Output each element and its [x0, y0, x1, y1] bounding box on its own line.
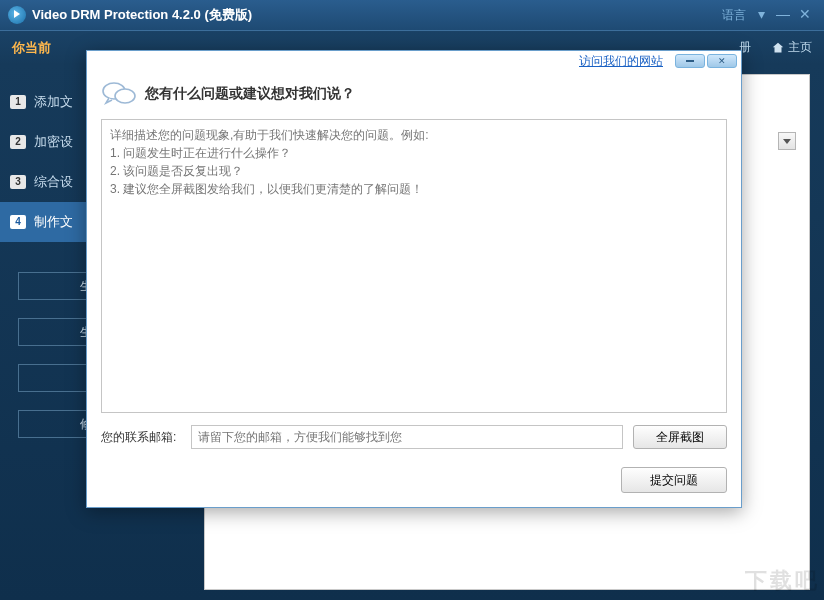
step-label: 添加文: [34, 93, 73, 111]
dialog-minimize-button[interactable]: [675, 54, 705, 68]
step-num: 3: [10, 175, 26, 189]
visit-website-link[interactable]: 访问我们的网站: [579, 53, 663, 70]
step-num: 2: [10, 135, 26, 149]
description-textarea[interactable]: [101, 119, 727, 413]
email-row: 您的联系邮箱: 全屏截图: [101, 425, 727, 449]
app-icon: [8, 6, 26, 24]
chat-icon: [101, 79, 137, 109]
step-num: 1: [10, 95, 26, 109]
screenshot-button[interactable]: 全屏截图: [633, 425, 727, 449]
feedback-dialog: 访问我们的网站 您有什么问题或建议想对我们说？ 您的联系邮箱: 全屏截图 提交问…: [86, 50, 742, 508]
dialog-title: 您有什么问题或建议想对我们说？: [145, 85, 355, 103]
submit-button[interactable]: 提交问题: [621, 467, 727, 493]
dialog-close-button[interactable]: [707, 54, 737, 68]
header-home-label: 主页: [788, 39, 812, 56]
dialog-body: 您的联系邮箱: 全屏截图: [87, 119, 741, 457]
language-label[interactable]: 语言: [722, 7, 746, 24]
svg-point-1: [115, 89, 135, 103]
dialog-footer: 提交问题: [87, 457, 741, 507]
step-num: 4: [10, 215, 26, 229]
close-button[interactable]: ✕: [794, 6, 816, 24]
dropdown-arrow[interactable]: [778, 132, 796, 150]
email-label: 您的联系邮箱:: [101, 429, 181, 446]
step-label: 制作文: [34, 213, 73, 231]
header-link-home[interactable]: 主页: [771, 39, 812, 56]
step-label: 加密设: [34, 133, 73, 151]
home-icon: [771, 41, 785, 55]
language-dropdown-icon[interactable]: ▾: [750, 6, 772, 24]
minimize-button[interactable]: —: [772, 6, 794, 24]
step-label: 综合设: [34, 173, 73, 191]
header-prefix: 你当前: [12, 39, 51, 57]
dialog-titlebar: 访问我们的网站: [87, 51, 741, 71]
titlebar: Video DRM Protection 4.2.0 (免费版) 语言 ▾ — …: [0, 0, 824, 30]
email-input[interactable]: [191, 425, 623, 449]
app-title: Video DRM Protection 4.2.0 (免费版): [32, 6, 722, 24]
dialog-header: 您有什么问题或建议想对我们说？: [87, 71, 741, 119]
